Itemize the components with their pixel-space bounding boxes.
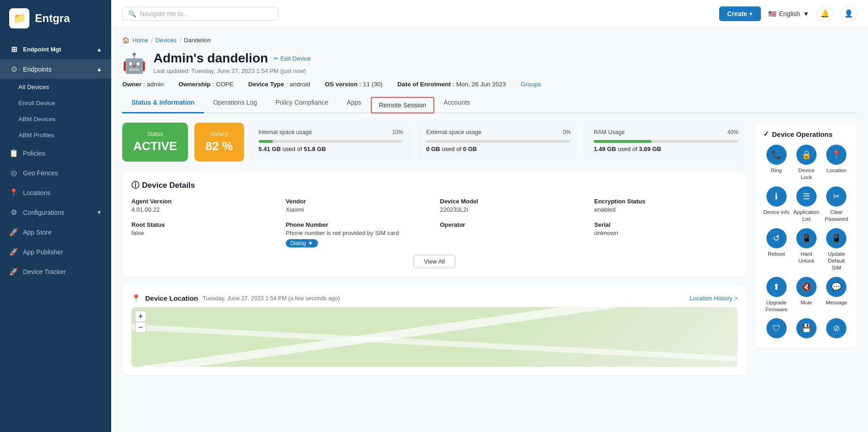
location-pin-icon: 📍 <box>131 294 141 303</box>
encryption-label: Encryption Status <box>594 198 738 205</box>
clear-password-icon: ✂ <box>826 186 846 207</box>
device-location-section: 📍 Device Location Tuesday, June 27, 2023… <box>122 286 747 375</box>
device-details-title: ⓘ Device Details <box>131 180 738 191</box>
detail-phone-number: Phone Number Phone number is not provide… <box>286 221 429 247</box>
agent-version-label: Agent Version <box>131 198 275 205</box>
sidebar-item-app-store[interactable]: 🚀 App Store <box>0 222 111 242</box>
op-hard-unlock[interactable]: 📱 Hard Unlock <box>793 228 819 271</box>
reboot-icon: ↺ <box>766 228 787 248</box>
location-history-link[interactable]: Location History > <box>690 295 738 302</box>
tab-status-information[interactable]: Status & Information <box>122 94 204 113</box>
internal-progress-bar <box>259 140 403 143</box>
device-tracker-icon: 🚀 <box>9 267 18 276</box>
op-disable[interactable]: ⊘ <box>823 318 850 341</box>
locations-icon: 📍 <box>9 188 18 197</box>
sidebar-item-abm-devices[interactable]: ABM Devices <box>0 111 111 127</box>
ram-label: RAM Usage <box>594 129 624 135</box>
external-percent: 0% <box>563 129 571 137</box>
status-card-battery: Battery 82 % <box>194 123 244 162</box>
ram-total: 3.69 GB <box>639 146 661 152</box>
sidebar-item-geo-fences[interactable]: ◎ Geo Fences <box>0 163 111 183</box>
op-reboot[interactable]: ↺ Reboot <box>763 228 789 271</box>
search-icon: 🔍 <box>128 10 136 17</box>
mute-icon: 🔇 <box>796 277 817 297</box>
location-title-row: 📍 Device Location Tuesday, June 27, 2023… <box>131 294 340 303</box>
op-location[interactable]: 📍 Location <box>823 145 850 181</box>
home-icon: 🏠 <box>122 37 130 44</box>
meta-enrolment-date: Date of Enrolment : Mon, 26 Jun 2023 <box>397 81 506 88</box>
map-zoom-in-button[interactable]: + <box>135 311 146 322</box>
geo-fences-icon: ◎ <box>9 168 18 177</box>
sidebar-item-configurations[interactable]: ⚙ Configurations ▼ <box>0 202 111 222</box>
tab-apps[interactable]: Apps <box>338 94 371 113</box>
main-area: 🔍 Navigate me to... Create + 🇺🇸 English … <box>111 0 868 432</box>
battery-value: 82 % <box>205 139 233 153</box>
sidebar-item-locations[interactable]: 📍 Locations <box>0 183 111 202</box>
status-label: Status <box>133 131 177 137</box>
location-timestamp: Tuesday, June 27, 2023 1:54 PM (a few se… <box>203 295 340 302</box>
language-label: English <box>779 10 800 17</box>
op-save[interactable]: 💾 <box>793 318 819 341</box>
op-upgrade-firmware[interactable]: ⬆ Upgrade Firmware <box>763 277 789 313</box>
content-row: Status ACTIVE Battery 82 % Internal spac… <box>122 123 857 383</box>
op-device-info-label: Device info <box>763 209 789 216</box>
sidebar-item-endpoints[interactable]: ⊙ Endpoints ▲ <box>0 59 111 79</box>
tab-policy-compliance[interactable]: Policy Compliance <box>266 94 337 113</box>
op-ring[interactable]: 📞 Ring <box>763 145 789 181</box>
user-avatar-button[interactable]: 👤 <box>840 6 857 22</box>
map-zoom-out-button[interactable]: − <box>135 322 146 333</box>
breadcrumb-devices[interactable]: Devices <box>155 37 176 44</box>
view-all-button[interactable]: View All <box>414 255 455 268</box>
tab-accounts[interactable]: Accounts <box>434 94 479 113</box>
search-bar[interactable]: 🔍 Navigate me to... <box>122 7 278 21</box>
sidebar-item-device-tracker[interactable]: 🚀 Device Tracker <box>0 262 111 281</box>
op-device-info[interactable]: ℹ Device info <box>763 186 789 223</box>
ring-icon: 📞 <box>766 145 787 165</box>
sidebar-item-app-publisher[interactable]: 🚀 App Publisher <box>0 242 111 262</box>
device-header: 🤖 Admin's dandelion ✏ Edit Device Last u… <box>122 51 857 74</box>
groups-link[interactable]: Groups <box>521 81 541 88</box>
meta-device-type: Device Type : android <box>248 81 310 88</box>
language-selector[interactable]: 🇺🇸 English ▼ <box>768 10 809 17</box>
op-clear-password-label: Clear Password <box>823 209 850 223</box>
op-shield[interactable]: 🛡 <box>763 318 789 341</box>
message-icon: 💬 <box>826 277 846 297</box>
edit-device-link[interactable]: ✏ Edit Device <box>273 55 311 62</box>
app-store-icon: 🚀 <box>9 228 18 236</box>
sidebar-item-enroll-device[interactable]: Enroll Device <box>0 95 111 111</box>
meta-owner: Owner : admin <box>122 81 164 88</box>
op-clear-password[interactable]: ✂ Clear Password <box>823 186 850 223</box>
policies-icon: 📋 <box>9 149 18 157</box>
ownership-label: Ownership <box>179 81 211 88</box>
sidebar-sub-label: ABM Devices <box>18 116 56 123</box>
sidebar-item-endpoint-mgt[interactable]: ⊞ Endpoint Mgt ▲ <box>0 39 111 59</box>
device-type-value: android <box>289 81 310 88</box>
dialog-badge[interactable]: Dialog ▼ <box>286 239 318 247</box>
sidebar-item-policies[interactable]: 📋 Policies <box>0 143 111 163</box>
encryption-value: enabled <box>594 206 738 213</box>
op-update-default-sim[interactable]: 📱 Update Default SIM <box>823 228 850 271</box>
operator-value <box>440 230 584 236</box>
location-icon: 📍 <box>826 145 846 165</box>
breadcrumb-home[interactable]: Home <box>132 37 148 44</box>
detail-agent-version: Agent Version 4.01.00.22 <box>131 198 275 213</box>
sidebar-item-abm-profiles[interactable]: ABM Profiles <box>0 127 111 143</box>
op-application-list[interactable]: ☰ Application List <box>793 186 819 223</box>
sidebar-item-label: Device Tracker <box>23 268 66 275</box>
tab-operations-log[interactable]: Operations Log <box>204 94 267 113</box>
meta-os-version: OS version : 11 (30) <box>325 81 383 88</box>
status-value: ACTIVE <box>133 139 177 153</box>
device-details-card: ⓘ Device Details Agent Version 4.01.00.2… <box>122 172 747 276</box>
sidebar-item-all-devices[interactable]: All Devices <box>0 79 111 95</box>
notification-button[interactable]: 🔔 <box>817 6 833 22</box>
op-device-lock[interactable]: 🔒 Device Lock <box>793 145 819 181</box>
op-mute[interactable]: 🔇 Mute <box>793 277 819 313</box>
internal-percent: 10% <box>392 129 403 137</box>
internal-total: 51.8 GB <box>304 146 326 152</box>
create-button[interactable]: Create + <box>719 6 761 21</box>
tab-remote-session[interactable]: Remote Session <box>371 97 435 113</box>
op-message[interactable]: 💬 Message <box>823 277 850 313</box>
serial-label: Serial <box>594 221 738 228</box>
topbar: 🔍 Navigate me to... Create + 🇺🇸 English … <box>111 0 868 28</box>
device-type-label: Device Type <box>248 81 284 88</box>
